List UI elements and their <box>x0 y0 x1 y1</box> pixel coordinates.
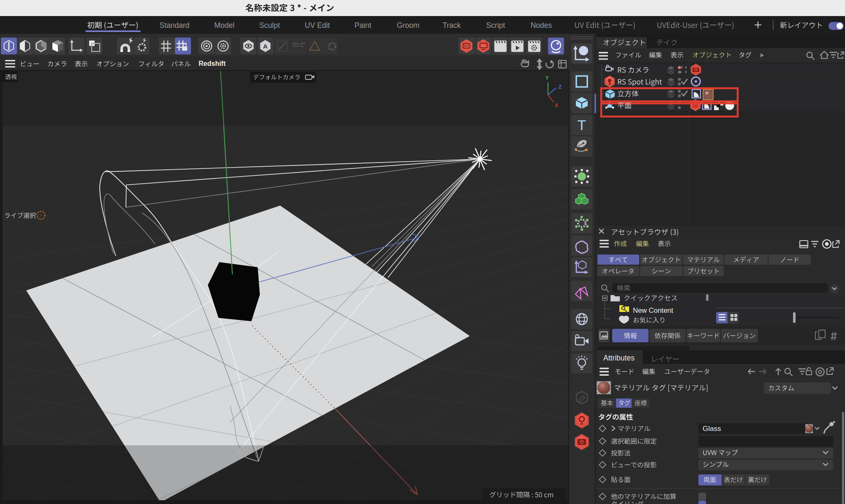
svg-text:X: X <box>555 103 558 108</box>
svg-text:RV: RV <box>464 44 469 48</box>
svg-text:Z: Z <box>559 84 562 90</box>
svg-text:Y: Y <box>545 75 549 81</box>
svg-text:A: A <box>263 43 268 50</box>
svg-text:T: T <box>578 117 586 133</box>
